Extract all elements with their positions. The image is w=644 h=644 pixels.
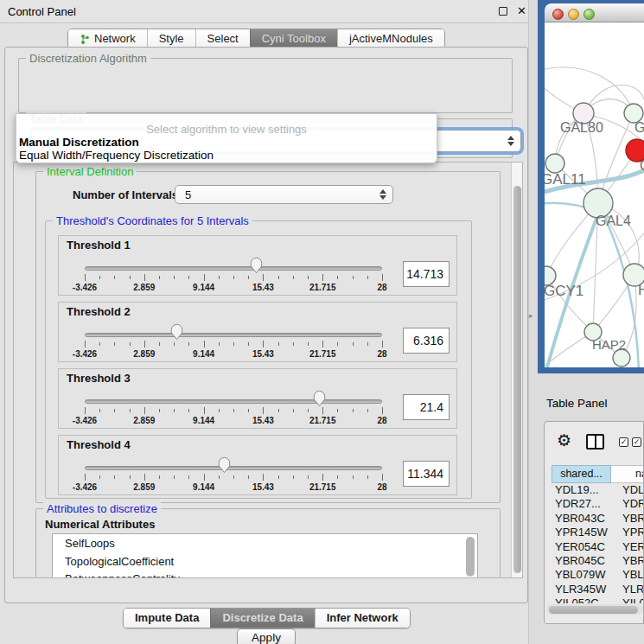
close-traffic-light[interactable]: [552, 9, 564, 20]
numerical-attributes-list[interactable]: SelfLoopsTopologicalCoefficientBetweenne…: [52, 533, 478, 578]
network-node[interactable]: [613, 349, 630, 367]
table-row[interactable]: YER054CYER0: [552, 540, 644, 554]
tick-label: 15.43: [252, 416, 274, 425]
scrollbar-thumb[interactable]: [513, 186, 521, 573]
bottom-tabbar: Impute DataDiscretize DataInfer Network: [123, 608, 411, 628]
group-title: Threshold's Coordinates for 5 Intervals: [53, 214, 252, 227]
tick-label: 9.144: [193, 349, 214, 359]
attribute-item[interactable]: BetweennessCentrality: [53, 570, 477, 578]
close-icon[interactable]: ✕: [517, 4, 526, 17]
dropdown-option-equal-width[interactable]: Equal Width/Frequency Discretization: [19, 149, 214, 162]
tick-mark: [188, 475, 189, 479]
tab-select[interactable]: Select: [195, 29, 250, 48]
tab-label: Impute Data: [135, 609, 199, 628]
group-title: Interval Definition: [43, 165, 137, 178]
attribute-item[interactable]: TopologicalCoefficient: [53, 552, 477, 571]
table-row[interactable]: YBL079WYBL0: [552, 568, 644, 582]
slider-handle[interactable]: [250, 257, 263, 274]
threshold-value-field[interactable]: 21.4: [403, 394, 450, 420]
tab-network[interactable]: Network: [68, 29, 147, 48]
scrollbar-thumb[interactable]: [549, 606, 638, 614]
tick-mark: [144, 274, 145, 281]
slider-handle[interactable]: [170, 323, 183, 341]
cell-name: YDR2: [622, 497, 644, 510]
column-header-name[interactable]: na: [611, 465, 644, 483]
table-row[interactable]: YDL19...YDL1: [552, 483, 644, 497]
zoom-traffic-light[interactable]: [583, 9, 595, 20]
tick-mark: [99, 342, 100, 346]
tick-mark: [233, 409, 234, 412]
tab-cyni-toolbox[interactable]: Cyni Toolbox: [250, 29, 337, 48]
divider-arrow-icon[interactable]: ▸: [529, 311, 533, 320]
attribute-item[interactable]: SelfLoops: [53, 534, 477, 552]
tick-label: 15.43: [252, 482, 274, 492]
checkbox-icon[interactable]: ✓: [619, 437, 628, 447]
tick-row: [85, 407, 382, 415]
vertical-scrollbar[interactable]: [511, 163, 522, 577]
tab-jactivemnodules[interactable]: jActiveMNodules: [337, 29, 444, 48]
tab-impute-data[interactable]: Impute Data: [124, 609, 210, 628]
node-label: HAP2: [592, 337, 626, 352]
tab-label: Cyni Toolbox: [262, 29, 326, 48]
table-row[interactable]: YDR27...YDR2: [552, 497, 644, 511]
checkbox-icon[interactable]: ✓: [632, 437, 641, 447]
dropdown-option-manual[interactable]: Manual Discretization: [19, 136, 139, 149]
tick-mark: [159, 342, 160, 346]
horizontal-scrollbar[interactable]: [546, 604, 643, 615]
cell-shared-name: YBR043C: [555, 512, 605, 525]
slider-handle[interactable]: [313, 390, 326, 407]
column-header-shared-name[interactable]: shared...: [552, 465, 611, 483]
table-row[interactable]: YLR345WYLR3: [552, 583, 644, 596]
num-intervals-combobox[interactable]: 5: [175, 185, 393, 204]
slider-handle[interactable]: [218, 456, 231, 474]
tick-mark: [99, 475, 100, 479]
tick-mark: [159, 276, 160, 279]
discretization-algorithm-group: Discretization Algorithm: [18, 58, 513, 113]
minimize-traffic-light[interactable]: [568, 9, 579, 20]
slider-track[interactable]: [85, 466, 382, 470]
gear-icon[interactable]: ⚙: [557, 430, 571, 450]
tick-mark: [204, 474, 205, 481]
table-row[interactable]: YBR045CYBR0: [552, 554, 644, 568]
threshold-value-field[interactable]: 14.713: [403, 261, 450, 287]
tick-label: 2.859: [133, 283, 155, 292]
threshold-label: Threshold 3: [67, 372, 131, 385]
network-canvas[interactable]: GAL80GACGAL11GAL4GCY1HHAP2: [545, 22, 644, 367]
tick-label-row: -3.4262.8599.14415.4321.71528: [85, 349, 382, 360]
slider-track[interactable]: [85, 333, 382, 337]
tab-discretize-data[interactable]: Discretize Data: [210, 609, 314, 628]
tick-mark: [263, 407, 264, 414]
tick-mark: [337, 276, 338, 279]
tab-label: Discretize Data: [222, 609, 303, 628]
tick-mark: [278, 342, 279, 346]
tick-mark: [322, 474, 323, 481]
tick-mark: [219, 276, 220, 279]
tick-label: 9.144: [193, 416, 214, 425]
tab-style[interactable]: Style: [147, 29, 195, 48]
cell-shared-name: YER054C: [555, 540, 605, 553]
tick-label: 21.715: [309, 416, 336, 425]
apply-button[interactable]: Apply: [237, 628, 296, 644]
tick-label: 28: [377, 416, 386, 425]
table-row[interactable]: YPR145WYPR1: [552, 526, 644, 539]
float-window-icon[interactable]: [499, 7, 507, 16]
table-row[interactable]: YBR043CYBR0: [552, 512, 644, 526]
threshold-value-field[interactable]: 6.316: [403, 328, 450, 354]
tick-mark: [99, 409, 100, 412]
tab-infer-network[interactable]: Infer Network: [315, 609, 410, 628]
cell-name: YER0: [622, 540, 644, 553]
panel-divider[interactable]: [528, 0, 538, 644]
tick-mark: [322, 274, 323, 281]
tick-mark: [174, 342, 175, 346]
network-node[interactable]: [545, 154, 564, 173]
slider-track[interactable]: [85, 266, 382, 271]
table-row[interactable]: YIL052CYIL0: [552, 596, 644, 603]
slider-track[interactable]: [85, 399, 382, 404]
tick-mark: [293, 342, 294, 346]
tick-mark: [367, 342, 368, 346]
tick-label-row: -3.4262.8599.14415.4321.71528: [85, 416, 382, 426]
attributes-scrollbar[interactable]: [466, 537, 475, 577]
split-columns-icon[interactable]: [586, 434, 604, 450]
node-label: GAL80: [560, 120, 603, 135]
threshold-value-field[interactable]: 11.344: [403, 461, 450, 487]
